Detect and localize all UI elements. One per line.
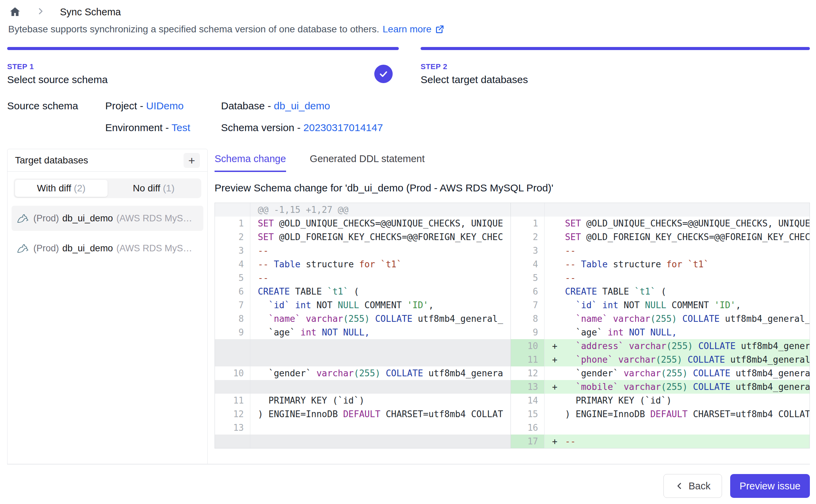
- diff-line-number: 6: [511, 285, 545, 298]
- step-2-label: STEP 2: [421, 62, 810, 71]
- external-link-icon[interactable]: [435, 25, 444, 34]
- tab-with-diff[interactable]: With diff (2): [15, 180, 108, 197]
- diff-row: [215, 353, 511, 366]
- preview-issue-button[interactable]: Preview issue: [730, 474, 810, 498]
- diff-row: 4 -- Table structure for `t1`: [511, 257, 810, 271]
- diff-code-line: + `address` varchar(255) COLLATE utf8mb4…: [545, 339, 810, 353]
- chevron-left-icon: [675, 482, 684, 490]
- diff-row: 12) ENGINE=InnoDB DEFAULT CHARSET=utf8mb…: [215, 407, 511, 421]
- diff-line-number: 5: [511, 271, 545, 285]
- diff-line-number: 4: [215, 257, 250, 271]
- diff-row: 13: [215, 421, 511, 435]
- diff-line-number: 9: [511, 326, 545, 339]
- diff-line-number: 16: [511, 421, 545, 435]
- diff-row: 15 ) ENGINE=InnoDB DEFAULT CHARSET=utf8m…: [511, 407, 810, 421]
- diff-line-number: [215, 435, 250, 448]
- diff-line-number: 17: [511, 435, 545, 448]
- diff-code-line: @@ -1,15 +1,27 @@: [250, 203, 511, 217]
- back-button[interactable]: Back: [663, 474, 722, 498]
- step-2-title: Select target databases: [421, 74, 810, 85]
- diff-row: 14 PRIMARY KEY (`id`): [511, 394, 810, 407]
- db-name: db_ui_demo: [62, 213, 113, 224]
- diff-row: 1SET @OLD_UNIQUE_CHECKS=@@UNIQUE_CHECKS,…: [215, 217, 511, 230]
- diff-row: 8 `name` varchar(255) COLLATE utf8mb4_ge…: [215, 312, 511, 326]
- diff-row: 11+ `phone` varchar(255) COLLATE utf8mb4…: [511, 353, 810, 366]
- schema-version-label: Schema version -: [221, 122, 300, 133]
- diff-line-number: 9: [215, 326, 250, 339]
- diff-row: 6 CREATE TABLE `t1` (: [511, 285, 810, 298]
- diff-code-line: --: [250, 244, 511, 257]
- step-2: STEP 2 Select target databases: [421, 47, 810, 85]
- mysql-icon: [16, 242, 29, 254]
- environment-label: Environment -: [105, 122, 169, 133]
- diff-code-line: `gender` varchar(255) COLLATE utf8mb4_ge…: [250, 366, 511, 380]
- diff-row: [511, 203, 810, 217]
- diff-line-number: 2: [511, 230, 545, 244]
- diff-line-number: 11: [215, 394, 250, 407]
- diff-row: [215, 380, 511, 394]
- diff-line-number: 10: [511, 339, 545, 353]
- diff-code-line: --: [545, 271, 810, 285]
- diff-line-number: 13: [511, 380, 545, 394]
- diff-line-number: [215, 203, 250, 217]
- diff-row: 9 `age` int NOT NULL,: [215, 326, 511, 339]
- diff-pane-old: @@ -1,15 +1,27 @@1SET @OLD_UNIQUE_CHECKS…: [215, 203, 511, 448]
- preview-tabs: Schema change Generated DDL statement: [215, 153, 810, 172]
- diff-code-line: `age` int NOT NULL,: [545, 326, 810, 339]
- database-link[interactable]: db_ui_demo: [274, 100, 330, 111]
- diff-line-number: 15: [511, 407, 545, 421]
- target-databases-title: Target databases: [15, 155, 88, 166]
- footer-divider: [7, 464, 810, 464]
- page-description: Bytebase supports synchronizing a specif…: [8, 24, 444, 35]
- diff-code-line: + `phone` varchar(255) COLLATE utf8mb4_g…: [545, 353, 810, 366]
- database-list-item[interactable]: (Prod) db_ui_demo (AWS RDS MyS…: [12, 236, 203, 261]
- learn-more-link[interactable]: Learn more: [383, 24, 431, 35]
- diff-code-line: [250, 435, 511, 448]
- diff-line-number: 1: [215, 217, 250, 230]
- tab-schema-change[interactable]: Schema change: [215, 153, 286, 172]
- diff-code-line: `name` varchar(255) COLLATE utf8mb4_gene…: [250, 312, 511, 326]
- diff-row: 7 `id` int NOT NULL COMMENT 'ID',: [215, 298, 511, 312]
- diff-row: 13+ `mobile` varchar(255) COLLATE utf8mb…: [511, 380, 810, 394]
- diff-row: 12 `gender` varchar(255) COLLATE utf8mb4…: [511, 366, 810, 380]
- diff-row: 5 --: [511, 271, 810, 285]
- diff-code-line: ) ENGINE=InnoDB DEFAULT CHARSET=utf8mb4 …: [250, 407, 511, 421]
- tab-generated-ddl[interactable]: Generated DDL statement: [310, 153, 425, 172]
- schema-version-link[interactable]: 20230317014147: [303, 122, 383, 133]
- diff-code-line: SET @OLD_FOREIGN_KEY_CHECKS=@@FOREIGN_KE…: [545, 230, 810, 244]
- database-label: Database -: [221, 100, 271, 111]
- diff-row: 9 `age` int NOT NULL,: [511, 326, 810, 339]
- target-databases-panel: Target databases + With diff (2) No diff…: [7, 149, 208, 464]
- environment-link[interactable]: Test: [172, 122, 190, 133]
- diff-code-line: [250, 421, 511, 435]
- db-name: db_ui_demo: [62, 243, 113, 254]
- diff-line-number: 12: [215, 407, 250, 421]
- diff-row: 2 SET @OLD_FOREIGN_KEY_CHECKS=@@FOREIGN_…: [511, 230, 810, 244]
- diff-line-number: 8: [511, 312, 545, 326]
- database-list-item[interactable]: (Prod) db_ui_demo (AWS RDS MyS…: [12, 206, 203, 231]
- diff-row: 11 PRIMARY KEY (`id`): [215, 394, 511, 407]
- diff-line-number: 12: [511, 366, 545, 380]
- no-diff-count: (1): [163, 183, 174, 193]
- diff-table: @@ -1,15 +1,27 @@1SET @OLD_UNIQUE_CHECKS…: [215, 203, 810, 448]
- source-schema-label: Source schema: [7, 99, 105, 113]
- add-target-database-button[interactable]: +: [184, 153, 200, 168]
- diff-line-number: 3: [215, 244, 250, 257]
- project-link[interactable]: UIDemo: [146, 100, 184, 111]
- diff-row: 5--: [215, 271, 511, 285]
- diff-line-number: 8: [215, 312, 250, 326]
- description-text: Bytebase supports synchronizing a specif…: [8, 24, 379, 35]
- tab-no-diff[interactable]: No diff (1): [108, 180, 200, 197]
- diff-row: [215, 435, 511, 448]
- home-icon[interactable]: [9, 6, 21, 18]
- diff-code-line: PRIMARY KEY (`id`): [250, 394, 511, 407]
- schema-preview-area: Schema change Generated DDL statement Pr…: [215, 153, 810, 448]
- diff-code-line: [250, 380, 511, 394]
- target-databases-header: Target databases +: [7, 149, 207, 172]
- diff-code-line: + `mobile` varchar(255) COLLATE utf8mb4_…: [545, 380, 810, 394]
- diff-line-number: 3: [511, 244, 545, 257]
- db-instance: (AWS RDS MyS…: [116, 213, 192, 224]
- diff-line-number: [215, 353, 250, 366]
- diff-line-number: [511, 203, 545, 217]
- diff-code-line: ) ENGINE=InnoDB DEFAULT CHARSET=utf8mb4 …: [545, 407, 810, 421]
